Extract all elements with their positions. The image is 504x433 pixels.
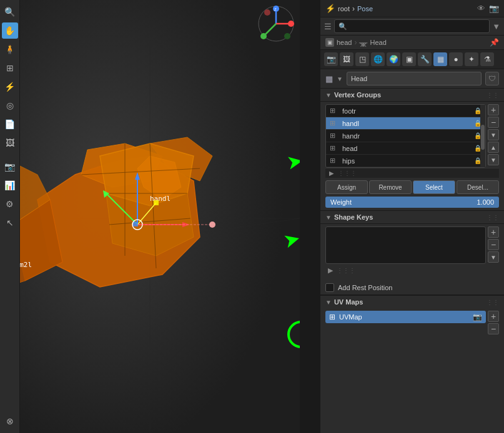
deselect-button[interactable]: Desel...: [457, 180, 499, 194]
nla-tool[interactable]: 📊: [2, 177, 18, 193]
uv-maps-header[interactable]: ▼ UV Maps ⋮⋮: [320, 295, 504, 308]
uv-camera-icon[interactable]: 📷: [473, 313, 482, 321]
search-input[interactable]: [334, 19, 490, 33]
svg-point-31: [209, 221, 215, 228]
data-prop-icon[interactable]: ▦: [433, 52, 447, 66]
object-name-dropdown[interactable]: Head: [347, 72, 482, 85]
vg-add-button[interactable]: +: [488, 104, 499, 115]
object-prop-icon[interactable]: ▣: [402, 52, 416, 66]
uv-icon: ⊞: [329, 313, 335, 321]
physics-prop-icon[interactable]: ⚗: [480, 52, 494, 66]
weight-label: Weight: [330, 198, 474, 206]
document-tool[interactable]: 📄: [2, 116, 18, 132]
magnify-tool[interactable]: 🔍: [2, 4, 18, 20]
uv-add-button[interactable]: +: [488, 311, 499, 322]
breadcrumb-sep-header: ›: [352, 4, 355, 13]
uv-remove-button[interactable]: −: [488, 323, 499, 334]
vg-scrollbar-thumb[interactable]: [481, 125, 485, 150]
vg-dropdown-button[interactable]: ▼: [488, 129, 499, 140]
shape-keys-toggle: ▼: [325, 214, 332, 221]
camera-tool[interactable]: 📷: [2, 158, 18, 175]
shape-keys-content: + − ▼ ▶ ⋮⋮⋮: [320, 224, 504, 278]
assign-button[interactable]: Assign: [325, 180, 368, 194]
pin-icon[interactable]: 📌: [490, 38, 499, 47]
weight-row: Weight 1.000: [325, 197, 499, 208]
vg-scrollbar[interactable]: [480, 105, 485, 167]
output-prop-icon[interactable]: 🖼: [340, 52, 353, 66]
world-prop-icon[interactable]: 🌍: [387, 52, 400, 66]
vertex-group-list: ⊞ footr 🔒 ⊞ handl 🔒 ⊞ handr 🔒: [325, 104, 486, 168]
svg-text:handl: handl: [150, 195, 170, 203]
shield-button[interactable]: 🛡: [485, 72, 499, 85]
vg-list-footer: ▶ ⋮⋮⋮: [325, 168, 499, 178]
particle-prop-icon[interactable]: ✦: [465, 52, 478, 66]
remove-button[interactable]: Remove: [369, 180, 412, 194]
vertex-groups-header[interactable]: ▼ Vertex Groups ⋮⋮: [320, 89, 504, 102]
viewport-gizmo[interactable]: Z: [257, 5, 295, 42]
panel-content: 📷 🖼 ◳ 🌐 🌍 ▣ 🔧 ▦ ● ✦ ⚗ ▦ ▼ Head 🛡: [320, 50, 504, 433]
bone-icon-breadcrumb: ᚘ: [359, 39, 367, 47]
uv-maps-toggle: ▼: [325, 299, 332, 306]
uv-maps-drag: ⋮⋮: [487, 299, 499, 306]
render-prop-icon[interactable]: 📷: [324, 52, 338, 66]
pose-label: Pose: [357, 5, 373, 12]
bone-constraint-tool[interactable]: ⊗: [2, 413, 18, 429]
section-drag-handle: ⋮⋮: [487, 92, 499, 99]
vg-grid-icon-handl: ⊞: [330, 119, 338, 127]
rest-position-checkbox[interactable]: [325, 283, 334, 292]
add-rest-position-row: Add Rest Position: [320, 281, 504, 294]
view-prop-icon[interactable]: ◳: [355, 52, 369, 66]
vg-down-button[interactable]: ▼: [488, 154, 499, 165]
scene-prop-icon[interactable]: 🌐: [371, 52, 385, 66]
breadcrumb-item2[interactable]: Head: [370, 39, 386, 46]
sk-play-icon[interactable]: ▶: [328, 266, 333, 275]
shape-key-list: [325, 226, 486, 264]
vg-item-handr[interactable]: ⊞ handr 🔒: [326, 130, 485, 142]
vg-item-head[interactable]: ⊞ head 🔒: [326, 142, 485, 155]
vg-item-footr[interactable]: ⊞ footr 🔒: [326, 105, 485, 117]
svg-point-37: [288, 21, 294, 27]
circle-tool[interactable]: ◎: [2, 97, 18, 114]
vertex-groups-title: Vertex Groups: [334, 91, 381, 99]
svg-text:Z: Z: [274, 7, 277, 11]
camera-header-icon[interactable]: 📷: [489, 4, 499, 13]
image-tool[interactable]: 🖼: [2, 135, 18, 151]
vg-grid-icon: ⊞: [330, 107, 338, 115]
grid-tool[interactable]: ⊞: [2, 60, 18, 76]
modifier-prop-icon[interactable]: 🔧: [418, 52, 432, 66]
sk-dropdown-button[interactable]: ▼: [488, 251, 499, 263]
pose-tool[interactable]: 🧍: [2, 41, 18, 57]
viewport[interactable]: arm2l handl Z: [0, 0, 300, 433]
vg-item-handl[interactable]: ⊞ handl 🔒: [326, 117, 485, 130]
shape-keys-header[interactable]: ▼ Shape Keys ⋮⋮: [320, 211, 504, 224]
vg-grid-icon-head: ⊞: [330, 144, 338, 152]
mesh-icon: ▣: [325, 38, 334, 47]
dropdown-arrow[interactable]: ▼: [492, 22, 500, 31]
play-icon[interactable]: ▶: [329, 170, 334, 177]
sk-footer: ▶ ⋮⋮⋮: [325, 265, 499, 276]
select-button[interactable]: Select: [413, 180, 455, 194]
filter-icon[interactable]: ☰: [324, 22, 332, 31]
eye-icon[interactable]: 👁: [477, 4, 485, 13]
vg-item-hips[interactable]: ⊞ hips 🔒: [326, 155, 485, 167]
vg-remove-button[interactable]: −: [488, 117, 499, 128]
breadcrumb: ▣ head › ᚘ Head 📌: [320, 36, 504, 50]
breadcrumb-separator: ›: [354, 38, 357, 47]
sk-remove-button[interactable]: −: [488, 239, 499, 250]
uvmap-item[interactable]: ⊞ UVMap 📷: [325, 311, 486, 323]
sk-add-button[interactable]: +: [488, 226, 499, 238]
action-tool[interactable]: ⚙: [2, 196, 18, 212]
mesh-data-icon: ▦: [325, 74, 333, 84]
root-label: root: [338, 5, 350, 12]
object-name-row: ▦ ▼ Head 🛡: [320, 69, 504, 89]
dropdown-indicator: ▼: [337, 75, 343, 82]
vg-up-button[interactable]: ▲: [488, 142, 499, 153]
properties-panel: ⚡ root › Pose 👁 📷 ☰ ▼ ▣ head › ᚘ Head 📌: [320, 0, 504, 433]
object-name-label: Head: [351, 75, 477, 82]
lightning-tool[interactable]: ⚡: [2, 79, 18, 95]
cursor-tool[interactable]: ↖: [2, 215, 18, 231]
breadcrumb-item1[interactable]: head: [337, 39, 352, 46]
svg-rect-28: [133, 221, 138, 226]
hand-tool[interactable]: ✋: [2, 22, 18, 39]
material-prop-icon[interactable]: ●: [449, 52, 463, 66]
